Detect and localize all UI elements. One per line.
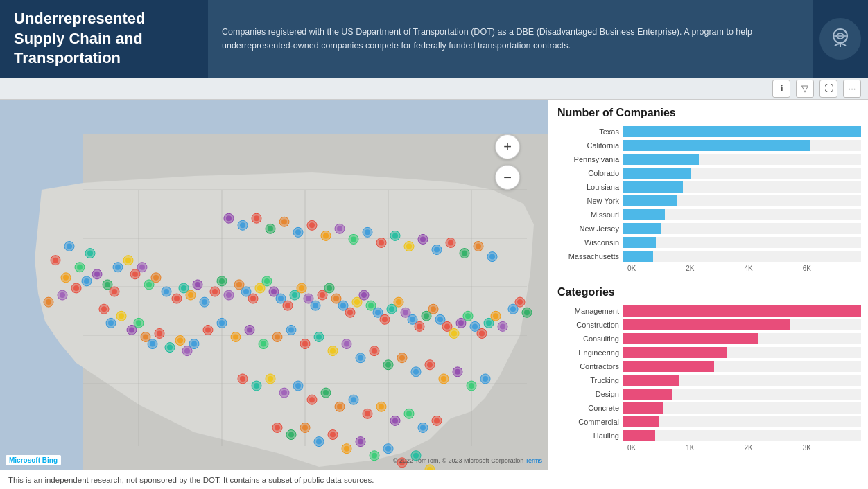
x-axis-label: 1K (686, 444, 744, 452)
logo-icon (819, 18, 861, 60)
map-container[interactable]: + − Microsoft Bing © 2022 TomTom, © 2023… (0, 100, 548, 470)
companies-chart-title: Number of Companies (557, 107, 861, 119)
bar-row: Colorado (557, 168, 861, 179)
footer: This is an independent research, not spo… (0, 470, 868, 489)
bar-track (623, 251, 861, 262)
bar-track (623, 154, 861, 165)
bar-track (623, 209, 861, 220)
bar-label: Missouri (557, 211, 623, 219)
bar-fill (623, 251, 653, 262)
bar-track (623, 319, 861, 330)
map-copyright: © 2022 TomTom, © 2023 Microsoft Corporat… (393, 457, 542, 464)
bar-row: Massachusetts (557, 251, 861, 262)
bar-row: Texas (557, 126, 861, 137)
bar-track (623, 181, 861, 193)
zoom-out-button[interactable]: − (495, 165, 520, 190)
header-title-block: Underrepresented Supply Chain and Transp… (0, 0, 208, 78)
bar-track (623, 347, 861, 358)
x-axis-label: 0K (627, 444, 686, 452)
bar-label: California (557, 141, 623, 150)
toolbar: ℹ ▽ ⛶ ··· (0, 78, 868, 100)
categories-chart-title: Categories (557, 286, 861, 299)
bing-logo: Microsoft Bing (6, 455, 61, 465)
bar-label: New Jersey (557, 224, 623, 233)
categories-x-axis: 0K1K2K3K (557, 444, 861, 452)
bar-label: Massachusetts (557, 252, 623, 260)
zoom-in-button[interactable]: + (495, 134, 520, 159)
header: Underrepresented Supply Chain and Transp… (0, 0, 868, 78)
bar-fill (623, 361, 714, 372)
terms-link[interactable]: Terms (526, 457, 543, 464)
bar-fill (623, 168, 691, 179)
bar-label: Construction (557, 321, 623, 329)
bar-label: Engineering (557, 348, 623, 357)
bar-row: Hauling (557, 430, 861, 441)
info-button[interactable]: ℹ (772, 80, 790, 98)
bar-label: Design (557, 390, 623, 398)
bar-fill (623, 237, 656, 248)
bar-label: Colorado (557, 169, 623, 177)
bar-track (623, 333, 861, 344)
bar-track (623, 195, 861, 206)
bar-track (623, 361, 861, 372)
bar-fill (623, 402, 663, 414)
bar-fill (623, 430, 655, 441)
bar-label: Wisconsin (557, 238, 623, 247)
bar-row: Consulting (557, 333, 861, 344)
bar-row: California (557, 140, 861, 151)
bar-track (623, 416, 861, 427)
bar-label: Pennsylvania (557, 155, 623, 163)
bar-fill (623, 389, 672, 400)
bar-label: Consulting (557, 335, 623, 343)
companies-x-axis: 0K2K4K6K (557, 265, 861, 272)
bar-fill (623, 333, 758, 344)
bar-label: Commercial (557, 418, 623, 426)
charts-panel: Number of Companies TexasCaliforniaPenns… (548, 100, 868, 470)
bar-fill (623, 181, 683, 193)
bar-fill (623, 416, 659, 427)
x-axis-label: 0K (627, 265, 686, 272)
x-axis-label: 2K (745, 444, 803, 452)
bar-track (623, 237, 861, 248)
bar-label: New York (557, 197, 623, 205)
bar-fill (623, 223, 661, 234)
bar-fill (623, 305, 861, 317)
filter-button[interactable]: ▽ (796, 80, 814, 98)
main-content: + − Microsoft Bing © 2022 TomTom, © 2023… (0, 100, 868, 470)
x-axis-label: 3K (803, 444, 861, 452)
bar-row: Louisiana (557, 181, 861, 193)
header-description: Companies registered with the US Departm… (208, 0, 813, 78)
bar-track (623, 223, 861, 234)
bar-track (623, 402, 861, 414)
bar-label: Hauling (557, 432, 623, 440)
bar-fill (623, 375, 679, 386)
categories-chart-section: Categories ManagementConstructionConsult… (557, 286, 861, 452)
bar-fill (623, 126, 861, 137)
bar-fill (623, 195, 677, 206)
bar-track (623, 389, 861, 400)
footer-text: This is an independent research, not spo… (8, 476, 374, 484)
bar-row: Construction (557, 319, 861, 330)
bar-fill (623, 154, 699, 165)
bar-track (623, 168, 861, 179)
bar-row: New Jersey (557, 223, 861, 234)
categories-chart: ManagementConstructionConsultingEngineer… (557, 305, 861, 441)
x-axis-label: 6K (803, 265, 861, 272)
page-title: Underrepresented Supply Chain and Transp… (14, 9, 194, 69)
bar-row: Pennsylvania (557, 154, 861, 165)
bar-fill (623, 209, 665, 220)
more-button[interactable]: ··· (843, 80, 861, 98)
bar-row: Commercial (557, 416, 861, 427)
bar-label: Concrete (557, 404, 623, 412)
bar-label: Texas (557, 127, 623, 136)
x-axis-label: 4K (745, 265, 803, 272)
bar-track (623, 430, 861, 441)
bar-row: Trucking (557, 375, 861, 386)
bar-row: Management (557, 305, 861, 317)
x-axis-label: 2K (686, 265, 744, 272)
expand-button[interactable]: ⛶ (819, 80, 837, 98)
bar-row: New York (557, 195, 861, 206)
bar-row: Contractors (557, 361, 861, 372)
bar-fill (623, 347, 727, 358)
bar-track (623, 305, 861, 317)
